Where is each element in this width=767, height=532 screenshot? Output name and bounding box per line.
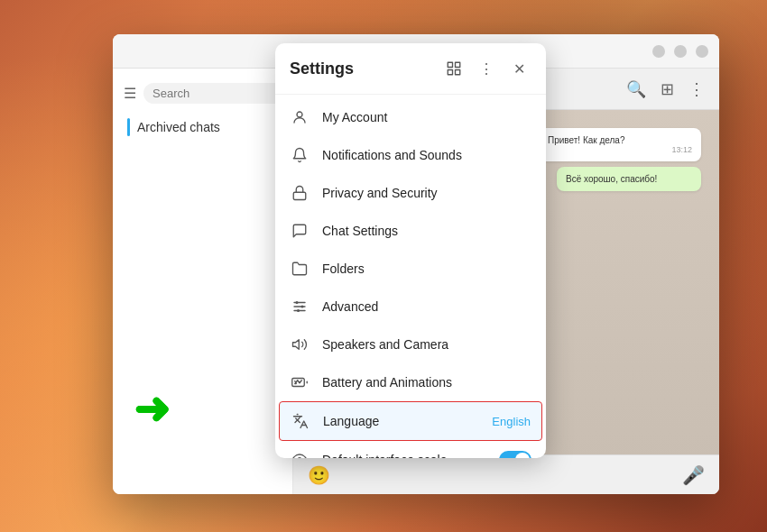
archived-chats-item[interactable]: Archived chats [113,111,292,143]
settings-modal: Settings ⋮ ✕ My Account [275,43,546,458]
bell-icon [290,145,310,165]
my-account-label: My Account [322,110,531,124]
settings-item-notifications[interactable]: Notifications and Sounds [275,136,546,174]
timestamp: 13:12 [548,145,692,154]
settings-header-icons: ⋮ ✕ [441,56,531,81]
translate-icon [291,411,310,431]
settings-item-language[interactable]: Language English [279,401,542,441]
settings-item-folders[interactable]: Folders [275,250,546,288]
sliders-icon [290,297,310,316]
close-window-button[interactable] [696,45,708,58]
green-arrow: ➜ [134,383,170,434]
svg-rect-2 [448,70,452,75]
menu-icon[interactable]: ⋮ [688,79,705,99]
hamburger-icon[interactable]: ☰ [124,85,136,102]
sidebar-header: ☰ [113,76,292,111]
settings-header: Settings ⋮ ✕ [275,43,546,95]
folders-label: Folders [322,261,531,276]
chat-icon [290,221,310,241]
svg-rect-5 [293,192,306,199]
battery-label: Battery and Animations [322,375,531,390]
header-icons: 🔍 ⊞ ⋮ [626,79,705,99]
bottom-bar: 🙂 🎤 [293,454,719,494]
speaker-icon [290,335,310,354]
svg-rect-1 [456,62,460,67]
svg-rect-13 [292,379,305,387]
search-icon[interactable]: 🔍 [626,79,646,99]
settings-item-interface-scale[interactable]: Default interface scale [275,441,546,458]
svg-marker-12 [293,340,300,350]
archived-indicator [127,118,130,136]
svg-point-10 [301,306,304,308]
settings-item-advanced[interactable]: Advanced [275,288,546,326]
emoji-icon[interactable]: 🙂 [308,464,330,486]
language-label: Language [323,414,479,428]
archived-chats-label: Archived chats [137,120,220,134]
privacy-label: Privacy and Security [322,186,531,200]
eye-icon [290,450,310,458]
lock-icon [290,183,310,203]
settings-grid-icon[interactable] [441,56,467,81]
chat-bubble-2: Всё хорошо, спасибо! [557,167,701,191]
maximize-button[interactable] [674,45,687,58]
chat-bubble-area: Привет! Как дела? 13:12 Всё хорошо, спас… [539,128,701,197]
minimize-button[interactable] [652,45,665,58]
svg-rect-0 [448,62,452,67]
account-icon [290,107,310,127]
grid-svg [446,60,462,77]
interface-scale-label: Default interface scale [322,453,486,458]
svg-point-11 [297,309,300,312]
folder-icon [290,259,310,279]
svg-point-4 [297,112,302,117]
settings-title: Settings [290,60,354,78]
settings-close-button[interactable]: ✕ [506,56,531,81]
settings-list: My Account Notifications and Sounds Priv… [275,95,546,458]
settings-item-privacy[interactable]: Privacy and Security [275,174,546,212]
language-value: English [492,415,531,428]
settings-item-speakers[interactable]: Speakers and Camera [275,326,546,363]
chat-bubble-1: Привет! Как дела? 13:12 [539,128,701,161]
window-controls [652,45,708,58]
settings-item-chat[interactable]: Chat Settings [275,212,546,250]
settings-more-icon[interactable]: ⋮ [474,56,499,81]
chat-settings-label: Chat Settings [322,224,531,238]
interface-scale-toggle[interactable] [499,451,531,458]
settings-item-battery[interactable]: Battery and Animations [275,363,546,401]
mic-icon[interactable]: 🎤 [682,464,705,486]
advanced-label: Advanced [322,299,531,314]
svg-point-9 [296,301,299,304]
notifications-label: Notifications and Sounds [322,148,531,162]
layout-icon[interactable]: ⊞ [661,79,674,99]
svg-rect-3 [456,70,460,75]
speakers-label: Speakers and Camera [322,337,531,352]
battery-icon [290,372,310,392]
settings-item-my-account[interactable]: My Account [275,98,546,136]
